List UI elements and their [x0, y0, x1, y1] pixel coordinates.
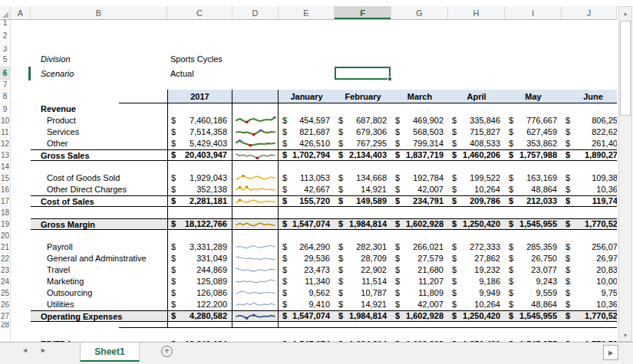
- cell-month-value[interactable]: $1,250,420: [448, 310, 505, 322]
- cell-label[interactable]: Services: [31, 126, 167, 138]
- cell-sparkline[interactable]: [232, 276, 279, 287]
- cell-month-value[interactable]: $48,864: [505, 299, 562, 310]
- cell-month-header[interactable]: May: [505, 90, 562, 103]
- cell-month-value[interactable]: [279, 161, 335, 172]
- cell-month-value[interactable]: $209,786: [448, 195, 505, 207]
- row-header-3[interactable]: 3: [0, 46, 10, 52]
- cell-month-value[interactable]: $48,864: [505, 184, 562, 195]
- cell-month-value[interactable]: $134,668: [335, 172, 391, 184]
- cell-month-value[interactable]: $234,791: [391, 195, 448, 207]
- row-header-28[interactable]: 28: [0, 322, 10, 328]
- cell-month-value[interactable]: [448, 207, 505, 218]
- column-header-a[interactable]: A: [11, 6, 31, 19]
- fill-handle[interactable]: [387, 77, 392, 81]
- cell-month-value[interactable]: $9,562: [279, 287, 335, 299]
- cell-label[interactable]: Other Direct Charges: [31, 184, 167, 195]
- cell-month-value[interactable]: $192,784: [391, 172, 448, 184]
- cell-month-value[interactable]: [562, 207, 617, 218]
- cell-label[interactable]: Gross Margin: [31, 218, 167, 230]
- row-header-12[interactable]: 12: [0, 138, 10, 149]
- column-header-b[interactable]: B: [31, 6, 167, 19]
- row-header-18[interactable]: 18: [0, 207, 10, 218]
- cell-month-value[interactable]: [391, 103, 448, 115]
- cell-month-value[interactable]: [335, 328, 391, 339]
- cell-sparkline[interactable]: [232, 126, 279, 138]
- row-header-5[interactable]: 5: [0, 52, 10, 67]
- row-header-25[interactable]: 25: [0, 287, 10, 299]
- select-all-corner[interactable]: [0, 6, 11, 19]
- cell-month-value[interactable]: $10,264: [448, 299, 505, 310]
- cell-month-value[interactable]: $1,890,278: [562, 149, 617, 161]
- cell-month-value[interactable]: $155,720: [279, 195, 335, 207]
- cell-month-value[interactable]: $1,984,814: [335, 310, 391, 322]
- cell-year-value[interactable]: $4,280,582: [167, 310, 232, 322]
- cell-month-value[interactable]: $282,301: [335, 241, 391, 253]
- cell-sparkline[interactable]: [232, 172, 279, 184]
- column-header-c[interactable]: C: [167, 6, 232, 19]
- cell-year-value[interactable]: $331,049: [167, 253, 232, 264]
- column-header-j[interactable]: J: [562, 6, 617, 19]
- row-header-17[interactable]: 17: [0, 195, 10, 207]
- scroll-down-button[interactable]: ▼: [619, 329, 631, 341]
- cell-month-value[interactable]: $22,902: [335, 264, 391, 276]
- cell-year-value[interactable]: $2,281,181: [167, 195, 232, 207]
- cell-label[interactable]: [31, 207, 167, 218]
- cell-label[interactable]: Travel: [31, 264, 167, 276]
- cell-year-value[interactable]: [167, 230, 232, 241]
- cell-month-value[interactable]: $335,846: [448, 115, 505, 126]
- row-header-15[interactable]: 15: [0, 172, 10, 184]
- cell-sparkline[interactable]: [232, 287, 279, 299]
- cell-b8[interactable]: [31, 90, 167, 103]
- row-header-24[interactable]: 24: [0, 276, 10, 287]
- cell-month-value[interactable]: $199,522: [448, 172, 505, 184]
- row-header-11[interactable]: 11: [0, 126, 10, 138]
- cell-year-header[interactable]: 2017: [167, 90, 232, 103]
- cell-month-value[interactable]: $1,984,814: [335, 218, 391, 230]
- cell-month-value[interactable]: $1,460,206: [448, 149, 505, 161]
- cell-month-value[interactable]: [335, 161, 391, 172]
- cell-month-value[interactable]: [505, 103, 562, 115]
- cell-label[interactable]: Cost of Goods Sold: [31, 172, 167, 184]
- cell-month-value[interactable]: [335, 207, 391, 218]
- cell-month-value[interactable]: $14,921: [335, 299, 391, 310]
- cell-month-value[interactable]: $9,753: [562, 287, 617, 299]
- cell-month-value[interactable]: $21,680: [391, 264, 448, 276]
- cell-label[interactable]: [31, 328, 167, 339]
- cell-month-value[interactable]: $715,827: [448, 126, 505, 138]
- column-header-h[interactable]: H: [448, 6, 505, 19]
- cell-month-value[interactable]: $163,169: [505, 172, 562, 184]
- cell-sparkline[interactable]: [232, 241, 279, 253]
- cell-month-value[interactable]: $266,021: [391, 241, 448, 253]
- cell-month-value[interactable]: $27,862: [448, 253, 505, 264]
- cell-month-value[interactable]: $767,295: [335, 138, 391, 149]
- cell-meta-value[interactable]: Sports Cycles: [167, 52, 386, 67]
- cell-month-value[interactable]: $469,902: [391, 115, 448, 126]
- cell-month-value[interactable]: $568,503: [391, 126, 448, 138]
- cell-month-value[interactable]: $261,403: [562, 138, 617, 149]
- cell-label[interactable]: Gross Sales: [31, 149, 167, 161]
- cell-sparkline[interactable]: [232, 230, 279, 241]
- cell-year-value[interactable]: $7,460,186: [167, 115, 232, 126]
- cell-sparkline[interactable]: [232, 184, 279, 195]
- row-header-14[interactable]: 14: [0, 161, 10, 172]
- cell-year-value[interactable]: $7,514,358: [167, 126, 232, 138]
- cell-month-value[interactable]: $19,232: [448, 264, 505, 276]
- cell-month-value[interactable]: $1,757,988: [505, 149, 562, 161]
- cell-month-value[interactable]: [279, 230, 335, 241]
- row-header-20[interactable]: 20: [0, 230, 10, 241]
- cell-month-header[interactable]: January: [279, 90, 335, 103]
- cell-sparkline[interactable]: [232, 115, 279, 126]
- column-header-i[interactable]: I: [505, 6, 562, 19]
- cell-month-value[interactable]: [391, 328, 448, 339]
- row-header-8[interactable]: 8: [0, 90, 10, 103]
- cell-month-value[interactable]: $1,837,719: [391, 149, 448, 161]
- cell-month-value[interactable]: $821,687: [279, 126, 335, 138]
- cell-month-value[interactable]: $1,547,074: [279, 310, 335, 322]
- cell-month-value[interactable]: $11,207: [391, 276, 448, 287]
- cell-month-value[interactable]: $9,949: [448, 287, 505, 299]
- cell-month-value[interactable]: $1,545,955: [505, 310, 562, 322]
- cell-month-value[interactable]: $42,667: [279, 184, 335, 195]
- cell-year-value[interactable]: $126,086: [167, 287, 232, 299]
- cell-year-value[interactable]: $1,929,043: [167, 172, 232, 184]
- cell-month-value[interactable]: $23,473: [279, 264, 335, 276]
